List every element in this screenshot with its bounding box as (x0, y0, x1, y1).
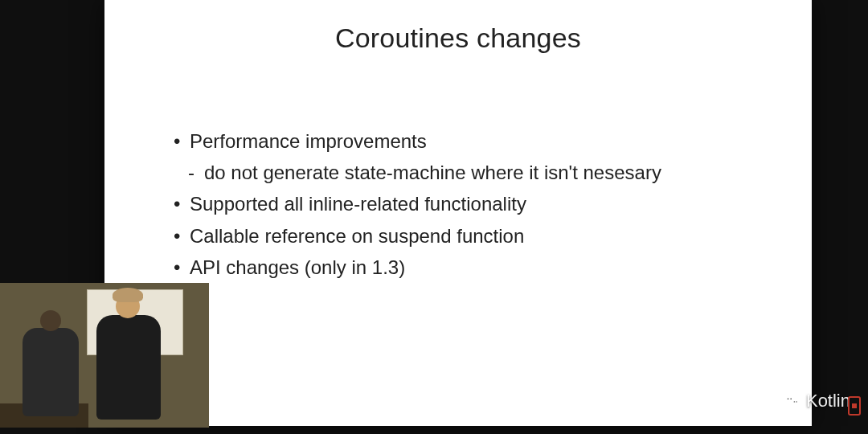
svg-rect-7 (852, 403, 857, 408)
speaker-camera-inset (0, 283, 209, 428)
svg-point-3 (790, 398, 792, 399)
svg-point-5 (796, 401, 796, 402)
watermark-label: Kotlin (806, 391, 850, 411)
svg-point-1 (792, 399, 799, 406)
video-stage: Coroutines changes Performance improveme… (0, 0, 868, 434)
camera-person (96, 315, 161, 420)
camera-person (23, 328, 79, 416)
corner-logo-icon (845, 394, 863, 418)
bullet-item: Performance improvements (174, 126, 812, 156)
slide-bullet-list: Performance improvements do not generate… (174, 126, 812, 282)
channel-watermark: Kotlin (784, 391, 850, 411)
bullet-item: Callable reference on suspend function (174, 221, 812, 251)
bullet-item: Supported all inline-related functionali… (174, 189, 812, 219)
bullet-item: API changes (only in 1.3) (174, 252, 812, 282)
slide-title: Coroutines changes (104, 23, 812, 54)
svg-point-4 (794, 401, 795, 402)
presentation-slide: Coroutines changes Performance improveme… (104, 0, 812, 426)
bullet-subitem: do not generate state-machine where it i… (188, 158, 812, 187)
svg-point-2 (788, 398, 789, 399)
wechat-icon (784, 392, 801, 410)
